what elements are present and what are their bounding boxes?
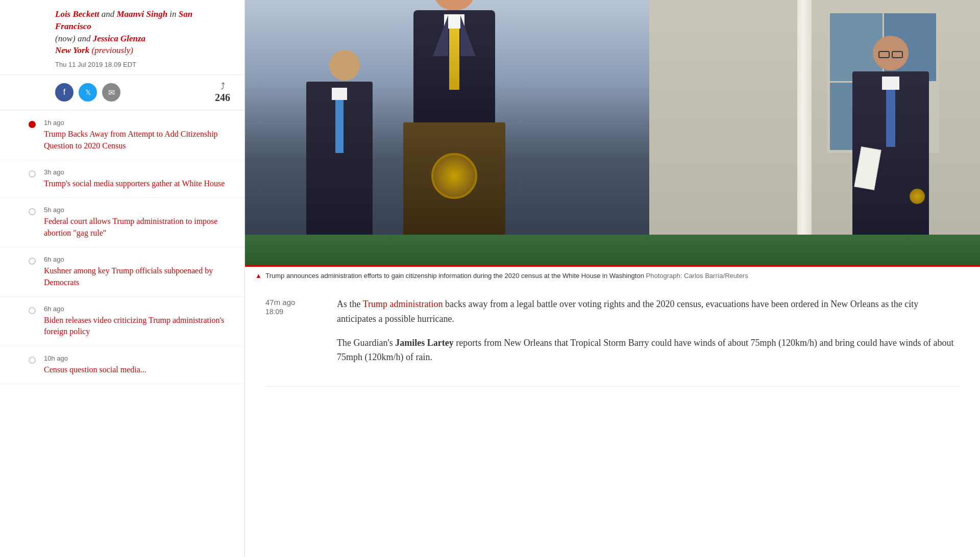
author-name-1: Lois Beckett [55,9,99,19]
timeline-time-3: 5h ago [44,206,230,214]
sidebar: Lois Beckett and Maanvi Singh in San Fra… [0,0,245,557]
timeline-dot-6 [29,357,36,364]
presidential-seal [431,153,477,199]
hero-scene [245,0,980,265]
author-preposition: in [169,9,178,19]
share-number: 246 [215,92,230,104]
head-left [329,50,360,81]
timeline-item-4: 6h ago Kushner among key Trump officials… [0,247,244,297]
shirt-left [332,88,347,100]
figure-center [413,0,495,122]
timeline-content-6: 10h ago Census question social media... [44,355,230,375]
twitter-button[interactable]: 𝕏 [79,83,97,102]
live-paragraph-1: As the Trump administration backs away f… [337,297,960,326]
tie-center [449,18,459,90]
glass-right [892,51,903,58]
facebook-button[interactable]: f [55,83,74,102]
lapel-left [433,15,448,56]
medal [910,189,925,204]
share-icon: ⤴ [220,81,225,92]
timeline-dot-2 [29,170,36,178]
timeline-item-1: 1h ago Trump Backs Away from Attempt to … [0,111,244,160]
timeline-dot-1 [29,121,36,128]
timeline-title-4[interactable]: Kushner among key Trump officials subpoe… [44,266,213,286]
timeline-item-6: 10h ago Census question social media... [0,346,244,384]
timeline-title-6[interactable]: Census question social media... [44,365,146,374]
timeline-content-2: 3h ago Trump's social media supporters g… [44,168,230,189]
author-block: Lois Beckett and Maanvi Singh in San Fra… [0,0,244,75]
timeline-content-3: 5h ago Federal court allows Trump admini… [44,206,230,239]
author-location-2: New York [55,45,89,55]
author-previously: (previously) [91,45,133,55]
live-paragraph-2: The Guardian's Jamiles Lartey reports fr… [337,336,960,365]
author-name-2: Maanvi Singh [116,9,167,19]
greenery [245,235,980,265]
timeline-content-5: 6h ago Biden releases video criticizing … [44,305,230,338]
email-button[interactable]: ✉ [102,83,120,102]
author-now: (now) and [55,34,93,43]
timeline-content-4: 6h ago Kushner among key Trump officials… [44,256,230,288]
trump-admin-link[interactable]: Trump administration [363,299,443,309]
glasses [873,51,909,58]
reporter-name: Jamiles Lartey [395,338,453,348]
pub-date: Thu 11 Jul 2019 18.09 EDT [55,61,230,68]
timeline-content-1: 1h ago Trump Backs Away from Attempt to … [44,119,230,151]
caption-text: Trump announces administration efforts t… [265,272,644,280]
article-body: 47m ago 18:09 As the Trump administratio… [245,285,980,387]
timeline-time-6: 10h ago [44,355,230,362]
live-text-col-1: As the Trump administration backs away f… [337,297,960,374]
timeline-dot-3 [29,208,36,215]
main-content: ▲ Trump announces administration efforts… [245,0,980,557]
timeline-time-4: 6h ago [44,256,230,263]
tie-right [886,81,895,147]
page-wrapper: Lois Beckett and Maanvi Singh in San Fra… [0,0,980,557]
figure-left [306,50,373,235]
live-time-exact-1: 18:09 [265,308,327,316]
glass-left [878,51,890,58]
author-conjunction: and [102,9,117,19]
hero-image-container [245,0,980,265]
timeline-time-5: 6h ago [44,305,230,313]
timeline-item-5: 6h ago Biden releases video criticizing … [0,297,244,346]
timeline-dot-4 [29,258,36,265]
timeline-title-2[interactable]: Trump's social media supporters gather a… [44,179,225,188]
caption-credit: Photograph: Carlos Barría/Reuters [646,272,748,280]
column-1 [797,0,812,265]
live-entry-1: 47m ago 18:09 As the Trump administratio… [265,285,960,387]
head-right [873,36,909,70]
head-center [434,0,475,10]
timeline-item-3: 5h ago Federal court allows Trump admini… [0,198,244,247]
timeline-item-2: 3h ago Trump's social media supporters g… [0,160,244,198]
timeline-title-3[interactable]: Federal court allows Trump administratio… [44,217,217,237]
timeline-dot-5 [29,307,36,314]
timeline-title-1[interactable]: Trump Backs Away from Attempt to Add Cit… [44,130,218,149]
timeline: 1h ago Trump Backs Away from Attempt to … [0,111,244,384]
timeline-time-1: 1h ago [44,119,230,126]
suit-center [413,10,495,122]
share-count-block: ⤴ 246 [215,81,230,104]
live-time-ago-1: 47m ago [265,298,327,307]
timeline-time-2: 3h ago [44,168,230,176]
tie-left [335,92,344,153]
suit-left [306,82,373,235]
caption-bar: ▲ Trump announces administration efforts… [245,265,980,285]
figure-right [852,36,929,235]
author-text: Lois Beckett and Maanvi Singh in San Fra… [55,8,230,57]
timeline-title-5[interactable]: Biden releases video criticizing Trump a… [44,316,225,336]
caption-triangle-icon: ▲ [255,272,262,280]
live-time-col-1: 47m ago 18:09 [265,297,337,374]
lapel-right [460,15,476,56]
author-name-3: Jessica Glenza [93,34,145,43]
podium [403,122,505,235]
social-bar: f 𝕏 ✉ ⤴ 246 [0,75,244,111]
shirt-right [882,77,899,90]
